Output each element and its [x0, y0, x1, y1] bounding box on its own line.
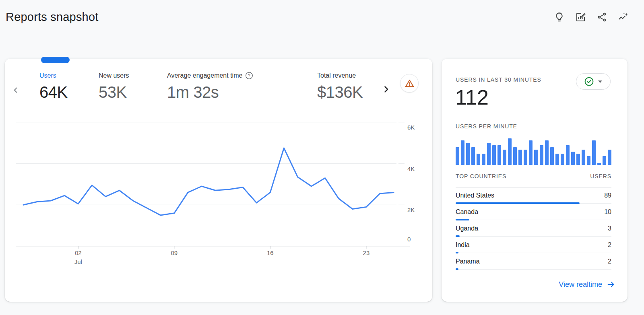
- top-countries-table: TOP COUNTRIES USERS United States89Canad…: [456, 173, 611, 270]
- metric-total-revenue[interactable]: Total revenue$136K: [317, 72, 363, 101]
- country-row: India2: [456, 237, 611, 253]
- analytics-intelligence-button[interactable]: [615, 9, 631, 25]
- minute-bar: [550, 147, 554, 165]
- users-per-minute-label: USERS PER MINUTE: [456, 123, 517, 130]
- minute-bar: [555, 154, 559, 165]
- metric-average-engagement-time[interactable]: Average engagement time?1m 32s: [167, 72, 253, 101]
- svg-text:6K: 6K: [407, 124, 415, 131]
- metric-value: 53K: [99, 83, 129, 101]
- country-name: Uganda: [456, 224, 478, 233]
- svg-text:09: 09: [171, 249, 178, 256]
- country-users: 89: [604, 192, 611, 199]
- minute-bar: [492, 145, 496, 165]
- chevron-right-icon: [381, 84, 391, 94]
- svg-text:02: 02: [75, 249, 82, 256]
- minute-bar: [471, 147, 475, 165]
- minute-bar: [456, 147, 459, 165]
- customize-report-icon: [575, 12, 586, 23]
- country-row: Canada10: [456, 204, 611, 220]
- country-bar: [456, 235, 611, 237]
- check-circle-icon: [584, 76, 594, 86]
- minute-bar: [524, 150, 527, 165]
- minute-bar: [482, 154, 485, 165]
- metric-label: Average engagement time?: [167, 72, 253, 80]
- chevron-left-icon: [11, 86, 20, 95]
- share-icon: [597, 12, 607, 23]
- country-row: Panama2: [456, 253, 611, 270]
- users-per-minute-chart: [456, 138, 611, 165]
- metric-new-users[interactable]: New users53K: [99, 72, 129, 101]
- help-icon[interactable]: ?: [245, 72, 253, 80]
- minute-bar: [566, 145, 570, 165]
- page-title: Reports snapshot: [6, 10, 99, 24]
- realtime-status-dropdown[interactable]: [576, 73, 611, 90]
- arrow-right-icon: [607, 280, 615, 289]
- minute-bar: [518, 150, 522, 165]
- country-bar: [456, 268, 611, 270]
- minute-bar: [497, 145, 501, 165]
- metric-label: Total revenue: [317, 72, 363, 80]
- country-users: 3: [608, 225, 611, 232]
- country-name: Panama: [456, 257, 480, 266]
- metric-value: $136K: [317, 83, 363, 101]
- country-name: Canada: [456, 208, 478, 216]
- view-realtime-link[interactable]: View realtime: [559, 280, 615, 289]
- realtime-users-count: 112: [455, 85, 489, 109]
- minute-bar: [529, 140, 533, 165]
- svg-text:?: ?: [248, 73, 250, 78]
- minute-bar: [508, 138, 512, 165]
- country-users: 10: [604, 208, 611, 216]
- minute-bar: [503, 150, 506, 165]
- svg-text:Jul: Jul: [74, 258, 82, 265]
- header-toolbar: [551, 9, 631, 25]
- country-rows: United States89Canada10Uganda3India2Pana…: [456, 187, 611, 270]
- insights-bulb-button[interactable]: [551, 9, 567, 25]
- analytics-intelligence-icon: [618, 12, 629, 23]
- customize-report-button[interactable]: [572, 9, 588, 25]
- country-users: 2: [608, 241, 611, 249]
- scorecard-next-button[interactable]: [378, 80, 394, 99]
- country-name: India: [456, 241, 470, 249]
- minute-bar: [597, 163, 601, 165]
- insights-bulb-icon: [554, 12, 565, 23]
- minute-bar: [540, 145, 543, 165]
- minute-bar: [534, 150, 538, 165]
- country-users: 2: [608, 258, 611, 265]
- country-bar: [456, 202, 611, 204]
- minute-bar: [461, 140, 464, 165]
- minute-bar: [582, 150, 585, 165]
- data-quality-warning-badge[interactable]: [400, 74, 419, 93]
- minute-bar: [466, 143, 470, 165]
- minute-bar: [608, 150, 611, 165]
- top-countries-header: TOP COUNTRIES USERS: [456, 173, 611, 187]
- minute-bar: [487, 143, 491, 165]
- country-row: Uganda3: [456, 220, 611, 237]
- metric-label: New users: [99, 72, 129, 80]
- minute-bar: [513, 147, 517, 165]
- realtime-card: USERS IN LAST 30 MINUTES 112 USERS PER M…: [442, 59, 627, 302]
- caret-down-icon: [598, 80, 603, 83]
- svg-text:4K: 4K: [407, 165, 415, 172]
- country-bar: [456, 252, 611, 253]
- minute-bar: [561, 154, 564, 165]
- svg-text:0: 0: [407, 236, 411, 243]
- minute-bar: [571, 152, 575, 165]
- minute-bar: [592, 140, 596, 165]
- users-column-header: USERS: [590, 173, 611, 179]
- selected-metric-indicator: [41, 57, 70, 63]
- share-report-button[interactable]: [594, 9, 610, 25]
- metric-label: Users: [39, 72, 68, 80]
- metric-users[interactable]: Users64K: [39, 72, 68, 101]
- reports-snapshot-card: Users64KNew users53KAverage engagement t…: [5, 59, 432, 302]
- view-realtime-label: View realtime: [559, 280, 602, 289]
- minute-bar: [477, 154, 480, 165]
- minute-bar: [587, 156, 590, 165]
- svg-text:16: 16: [267, 249, 274, 256]
- minute-bar: [545, 140, 549, 165]
- metric-value: 1m 32s: [167, 83, 253, 101]
- metric-value: 64K: [39, 83, 68, 101]
- country-bar: [456, 219, 611, 220]
- minute-bar: [576, 154, 580, 165]
- scorecard-prev-button[interactable]: [8, 81, 23, 99]
- users-last-30min-label: USERS IN LAST 30 MINUTES: [456, 76, 541, 83]
